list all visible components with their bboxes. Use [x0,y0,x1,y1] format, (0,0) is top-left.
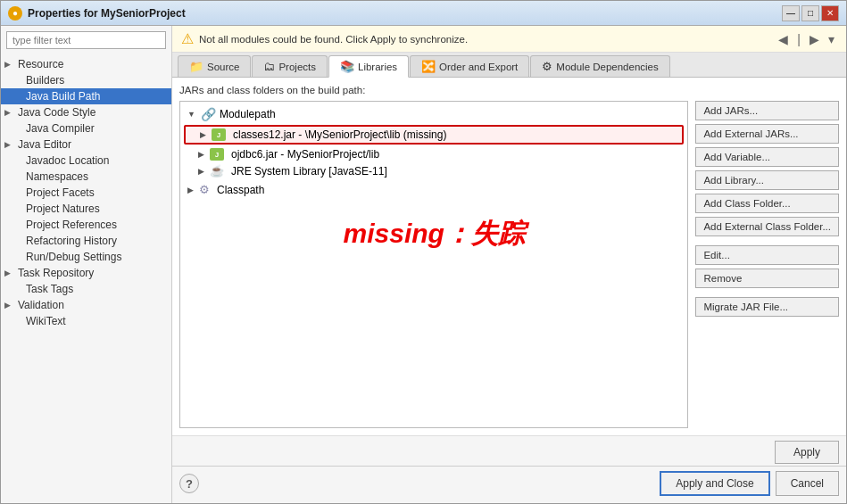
expand-arrow: ▼ [187,110,195,119]
sidebar: ▶ Resource Builders Java Build Path ▶ Ja… [1,26,172,503]
apply-button[interactable]: Apply [775,441,839,464]
titlebar-left: ● Properties for MySeniorProject [8,6,186,21]
apply-close-button[interactable]: Apply and Close [660,471,769,496]
sidebar-item-label: Refactoring History [15,235,117,247]
sidebar-item-label: Java Editor [18,138,71,151]
sidebar-item-namespaces[interactable]: Namespaces [1,169,171,185]
expand-arrow: ▶ [4,108,15,117]
add-variable-button[interactable]: Add Variable... [695,147,839,167]
tree-item-classpath[interactable]: ▶ ⚙ Classpath [184,181,684,198]
sidebar-item-label: Namespaces [15,170,88,183]
footer-actions: Apply and Close Cancel [660,471,839,496]
sidebar-item-label: WikiText [15,315,66,327]
sidebar-item-project-natures[interactable]: Project Natures [1,201,171,217]
add-external-class-folder-button[interactable]: Add External Class Folder... [695,217,839,236]
tree-item-ojdbc6jar[interactable]: ▶ J ojdbc6.jar - MySeniorProject/lib [184,146,684,162]
sidebar-item-label: Project References [15,219,117,231]
tabs-bar: 📁 Source 🗂 Projects 📚 Libraries 🔀 Order … [172,53,846,78]
warning-bar: ⚠ Not all modules could be found. Click … [172,26,846,53]
close-button[interactable]: ✕ [821,5,839,21]
add-class-folder-button[interactable]: Add Class Folder... [695,194,839,213]
sidebar-item-java-editor[interactable]: ▶ Java Editor [1,136,171,153]
tree-item-jre[interactable]: ▶ ☕ JRE System Library [JavaSE-11] [184,162,684,179]
sidebar-item-label: Builders [15,74,64,87]
dialog-title: Properties for MySeniorProject [28,7,186,20]
sidebar-item-javadoc[interactable]: Javadoc Location [1,153,171,169]
cancel-button[interactable]: Cancel [776,471,839,496]
add-library-button[interactable]: Add Library... [695,170,839,190]
sidebar-item-java-build-path[interactable]: Java Build Path [1,88,171,104]
sidebar-item-task-tags[interactable]: Task Tags [1,281,171,297]
tree-panel: ▼ 🔗 Modulepath ▶ J classes12.jar - \MySe… [179,101,688,428]
sidebar-item-label: Task Tags [15,283,73,295]
tree-item-label: Modulepath [220,108,276,120]
sidebar-item-java-code-style[interactable]: ▶ Java Code Style [1,104,171,120]
tree-item-label: JRE System Library [JavaSE-11] [231,165,387,178]
titlebar: ● Properties for MySeniorProject — □ ✕ [1,1,846,26]
sidebar-item-resource[interactable]: ▶ Resource [1,56,171,72]
expand-arrow: ▶ [198,167,204,176]
sidebar-item-validation[interactable]: ▶ Validation [1,297,171,313]
jar-icon: J [212,128,226,141]
back-arrow[interactable]: ◀ [776,32,791,46]
titlebar-buttons: — □ ✕ [782,5,839,21]
tree-item-classes12jar[interactable]: ▶ J classes12.jar - \MySeniorProject\lib… [184,125,684,145]
help-button[interactable]: ? [179,474,199,493]
sidebar-item-project-references[interactable]: Project References [1,217,171,233]
sidebar-item-run-debug[interactable]: Run/Debug Settings [1,249,171,265]
sidebar-item-label: Java Code Style [18,106,95,119]
warning-message: Not all modules could be found. Click Ap… [199,34,468,45]
maximize-button[interactable]: □ [801,5,819,21]
sidebar-item-task-repository[interactable]: ▶ Task Repository [1,265,171,281]
sidebar-item-label: Resource [18,58,63,70]
migrate-jar-button[interactable]: Migrate JAR File... [695,297,839,317]
minimize-button[interactable]: — [782,5,800,21]
edit-button[interactable]: Edit... [695,245,839,265]
tab-projects-label: Projects [278,62,316,72]
forward-arrow[interactable]: ▶ [807,32,822,46]
sidebar-item-label: Project Natures [15,202,100,215]
sidebar-item-label: Run/Debug Settings [15,251,121,263]
tree-item-label: classes12.jar - \MySeniorProject\lib (mi… [233,128,446,141]
sidebar-item-label: Javadoc Location [15,154,109,167]
source-tab-icon: 📁 [189,60,203,73]
sidebar-item-project-facets[interactable]: Project Facets [1,185,171,201]
remove-button[interactable]: Remove [695,269,839,288]
projects-tab-icon: 🗂 [263,60,275,73]
jre-icon: ☕ [210,164,224,178]
expand-arrow: ▶ [187,186,194,194]
dropdown-arrow[interactable]: ▾ [826,32,837,46]
tab-projects[interactable]: 🗂 Projects [252,55,328,77]
expand-arrow: ▶ [198,150,204,159]
expand-arrow: ▶ [4,140,15,149]
tree-item-modulepath[interactable]: ▼ 🔗 Modulepath [184,105,684,123]
separator: | [794,32,803,46]
content-description: JARs and class folders on the build path… [179,85,839,95]
sidebar-item-java-compiler[interactable]: Java Compiler [1,120,171,136]
tab-order-label: Order and Export [439,62,518,72]
search-input[interactable] [6,31,166,49]
apply-row: Apply [172,435,846,466]
libraries-tab-icon: 📚 [340,60,354,73]
sidebar-item-label: Validation [18,299,64,311]
tab-module-label: Module Dependencies [556,62,658,72]
add-external-jars-button[interactable]: Add External JARs... [695,124,839,144]
add-jars-button[interactable]: Add JARs... [695,101,839,120]
tab-libraries-label: Libraries [358,62,397,72]
expand-arrow: ▶ [200,130,206,139]
tab-libraries[interactable]: 📚 Libraries [328,55,409,78]
sidebar-item-wikitext[interactable]: WikiText [1,313,171,329]
sidebar-item-label: Java Build Path [15,90,100,103]
tree-item-label: Classpath [217,184,264,196]
tab-module-deps[interactable]: ⚙ Module Dependencies [530,55,669,77]
tab-source[interactable]: 📁 Source [178,55,251,77]
sidebar-item-builders[interactable]: Builders [1,72,171,88]
sidebar-item-label: Task Repository [18,267,94,279]
classpath-icon: ⚙ [199,183,210,196]
missing-annotation: missing：失踪 [184,216,684,252]
sidebar-item-refactoring[interactable]: Refactoring History [1,233,171,249]
warning-icon: ⚠ [181,30,194,47]
tab-order-export[interactable]: 🔀 Order and Export [410,55,529,77]
order-tab-icon: 🔀 [421,60,436,73]
sidebar-item-label: Java Compiler [15,122,95,135]
